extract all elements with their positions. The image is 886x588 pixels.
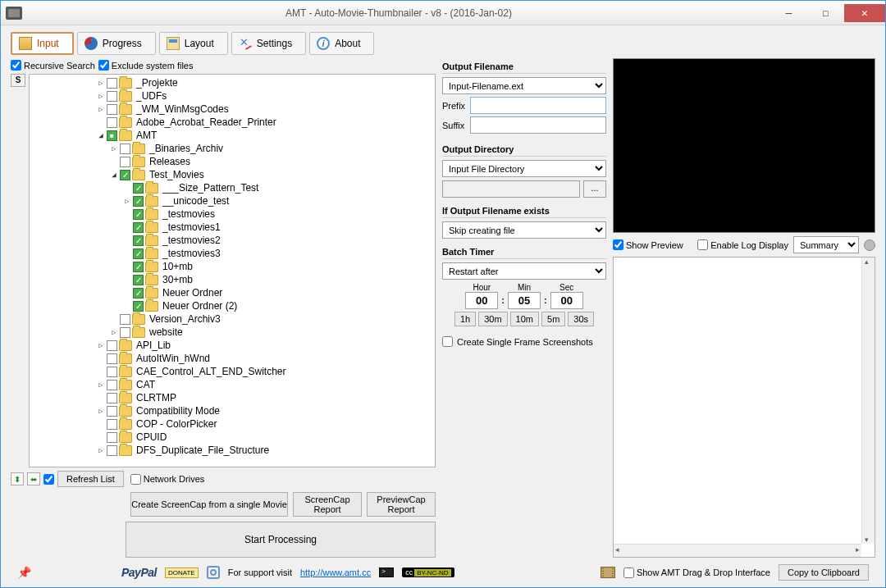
tree-checkbox[interactable] — [133, 183, 144, 194]
tab-settings[interactable]: Settings — [231, 32, 306, 55]
timer-preset-button[interactable]: 30s — [568, 312, 594, 326]
enable-log-input[interactable] — [697, 239, 708, 250]
tree-node[interactable]: 10+mb — [31, 260, 433, 273]
timer-preset-button[interactable]: 10m — [510, 312, 539, 326]
tree-node[interactable]: Adobe_Acrobat_Reader_Printer — [31, 116, 433, 129]
tree-checkbox[interactable] — [107, 432, 117, 443]
show-preview-checkbox[interactable]: Show Preview — [613, 239, 683, 250]
tree-node[interactable]: Neuer Ordner (2) — [31, 299, 433, 312]
tree-checkbox[interactable] — [120, 170, 130, 180]
network-drives-input[interactable] — [130, 474, 141, 485]
tree-node[interactable]: ▷_WM_WinMsgCodes — [31, 103, 433, 116]
network-drives-checkbox[interactable]: Network Drives — [130, 474, 205, 485]
tree-node[interactable]: ▷website — [31, 326, 433, 339]
tree-node[interactable]: ▷__unicode_test — [31, 194, 433, 207]
tab-input[interactable]: Input — [11, 32, 74, 55]
tree-checkbox[interactable] — [120, 157, 130, 167]
support-link[interactable]: http://www.amt.cc — [300, 567, 371, 577]
tree-node[interactable]: ▷_Projekte — [31, 76, 433, 89]
hour-value[interactable]: 00 — [465, 292, 498, 309]
expand-icon[interactable]: ▷ — [97, 407, 105, 415]
if-exists-select[interactable]: Skip creating file — [442, 221, 606, 239]
create-screencap-button[interactable]: Create ScreenCap from a single Movie — [130, 492, 288, 517]
tree-node[interactable]: ___Size_Pattern_Test — [31, 181, 433, 194]
folder-tree[interactable]: ▷_Projekte▷_UDFs▷_WM_WinMsgCodesAdobe_Ac… — [29, 74, 436, 467]
close-button[interactable]: ✕ — [844, 4, 885, 22]
recursive-search-checkbox[interactable]: Recursive Search — [11, 60, 95, 71]
previewcap-report-button[interactable]: PreviewCapReport — [367, 492, 436, 517]
tree-checkbox[interactable] — [133, 235, 144, 246]
tree-node[interactable]: CLRTMP — [31, 391, 433, 404]
log-mode-select[interactable]: Summary — [793, 236, 859, 253]
tree-checkbox[interactable] — [133, 222, 144, 233]
tree-node[interactable]: ▷Compatibility Mode — [31, 404, 433, 417]
tree-node[interactable]: ▷_Binaries_Archiv — [31, 142, 433, 155]
tree-node[interactable]: Releases — [31, 155, 433, 168]
copy-clipboard-button[interactable]: Copy to Clipboard — [779, 564, 869, 581]
timer-preset-button[interactable]: 5m — [541, 312, 565, 326]
horizontal-scrollbar[interactable] — [614, 544, 861, 557]
tree-node[interactable]: CPUID — [31, 431, 433, 444]
output-filename-select[interactable]: Input-Filename.ext — [442, 77, 606, 94]
tree-node[interactable]: Neuer Ordner — [31, 286, 433, 299]
tree-node[interactable]: COP - ColorPicker — [31, 417, 433, 431]
tree-checkbox[interactable] — [120, 327, 130, 338]
expand-all-button[interactable]: ⬍ — [11, 472, 24, 485]
tree-node[interactable]: ▷CAT — [31, 378, 433, 391]
collapse-all-button[interactable]: ⬌ — [27, 472, 40, 485]
prefix-input[interactable] — [470, 97, 606, 114]
batch-timer-select[interactable]: Restart after — [442, 262, 606, 280]
collapse-icon[interactable]: ◢ — [110, 171, 118, 179]
tree-checkbox[interactable] — [107, 78, 117, 89]
expand-icon[interactable]: ▷ — [110, 144, 118, 153]
tree-node[interactable]: _testmovies2 — [31, 234, 433, 247]
tree-node[interactable]: ▷_UDFs — [31, 89, 433, 103]
tree-checkbox[interactable] — [107, 130, 117, 141]
tree-checkbox[interactable] — [107, 445, 117, 456]
expand-icon[interactable]: ▷ — [123, 197, 131, 205]
tree-checkbox[interactable] — [133, 248, 144, 259]
tree-node[interactable]: ▷DFS_Duplicate_File_Structure — [31, 444, 433, 457]
tree-checkbox[interactable] — [107, 367, 117, 377]
expand-icon[interactable]: ▷ — [97, 341, 105, 349]
start-processing-button[interactable]: Start Processing — [126, 522, 436, 558]
tree-checkbox[interactable] — [107, 117, 117, 128]
minimize-button[interactable]: — — [770, 4, 807, 22]
tree-checkbox[interactable] — [133, 209, 144, 220]
expand-icon[interactable]: ▷ — [97, 79, 105, 87]
expand-icon[interactable]: ▷ — [110, 328, 118, 336]
log-area[interactable] — [613, 257, 875, 558]
terminal-icon[interactable] — [379, 567, 394, 577]
donate-button[interactable]: DONATE — [165, 567, 199, 578]
tree-checkbox[interactable] — [107, 419, 117, 430]
min-value[interactable]: 05 — [508, 292, 541, 309]
tree-node[interactable]: 30+mb — [31, 273, 433, 286]
tree-checkbox[interactable] — [107, 340, 117, 351]
expand-icon[interactable]: ▷ — [97, 92, 105, 100]
exclude-system-checkbox[interactable]: Exclude system files — [98, 60, 194, 71]
tab-progress[interactable]: Progress — [77, 32, 156, 55]
tab-about[interactable]: i About — [309, 32, 374, 55]
select-mode-button[interactable]: S — [11, 74, 25, 87]
maximize-button[interactable]: ☐ — [807, 4, 844, 22]
browse-directory-button[interactable]: ... — [583, 180, 606, 198]
tree-checkbox[interactable] — [107, 104, 117, 115]
output-directory-select[interactable]: Input File Directory — [442, 160, 606, 177]
tree-checkbox[interactable] — [107, 406, 117, 417]
tree-checkbox[interactable] — [107, 91, 117, 102]
tree-node[interactable]: _testmovies1 — [31, 221, 433, 234]
enable-log-checkbox[interactable]: Enable Log Display — [697, 239, 788, 250]
refresh-list-button[interactable]: Refresh List — [57, 471, 124, 487]
show-preview-input[interactable] — [613, 239, 623, 250]
sec-value[interactable]: 00 — [550, 292, 583, 309]
tab-layout[interactable]: Layout — [159, 32, 228, 55]
collapse-icon[interactable]: ◢ — [97, 131, 105, 139]
tree-node[interactable]: ▷API_Lib — [31, 339, 433, 352]
show-dnd-checkbox[interactable]: Show AMT Drag & Drop Interface — [623, 567, 770, 578]
tree-node[interactable]: ◢AMT — [31, 129, 433, 142]
expand-icon[interactable]: ▷ — [97, 105, 105, 113]
tree-checkbox[interactable] — [133, 196, 144, 207]
select-all-checkbox[interactable] — [43, 474, 54, 485]
tree-checkbox[interactable] — [133, 301, 144, 312]
tree-node[interactable]: Version_Archiv3 — [31, 312, 433, 326]
